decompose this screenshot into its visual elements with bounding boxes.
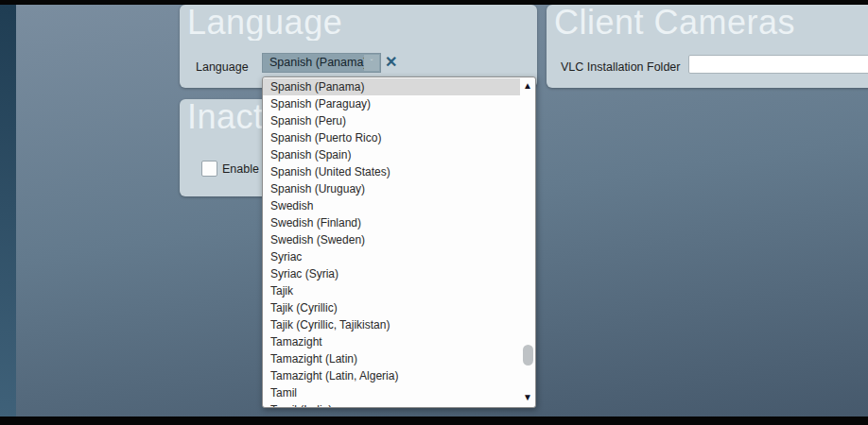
dropdown-option[interactable]: Spanish (Puerto Rico) bbox=[263, 129, 520, 146]
dropdown-option[interactable]: Swedish (Sweden) bbox=[263, 231, 520, 248]
dropdown-option[interactable]: Spanish (Paraguay) bbox=[263, 95, 520, 112]
dropdown-option[interactable]: Spanish (Peru) bbox=[263, 112, 520, 129]
language-panel-title: Language bbox=[180, 5, 537, 41]
bottom-black-bar bbox=[0, 416, 868, 425]
dropdown-option[interactable]: Tajik (Cyrillic) bbox=[263, 299, 520, 316]
language-panel: Language Language Spanish (Panama) ˇ ✕ bbox=[180, 5, 537, 88]
dropdown-option[interactable]: Tamil (India) bbox=[263, 401, 520, 408]
dropdown-scrollbar[interactable]: ▲ ▼ bbox=[520, 77, 535, 407]
dropdown-option[interactable]: Spanish (United States) bbox=[263, 163, 520, 180]
dropdown-option[interactable]: Tamazight (Latin) bbox=[263, 350, 520, 367]
language-field-label: Language bbox=[196, 60, 249, 74]
dropdown-option[interactable]: Swedish bbox=[263, 197, 520, 214]
dropdown-option[interactable]: Swedish (Finland) bbox=[263, 214, 520, 231]
language-dropdown-list[interactable]: Spanish (Panama) Spanish (Paraguay)Spani… bbox=[263, 78, 520, 408]
language-dropdown: Spanish (Panama) Spanish (Paraguay)Spani… bbox=[262, 76, 536, 408]
dropdown-option[interactable]: Spanish (Spain) bbox=[263, 146, 520, 163]
dropdown-option[interactable]: Tajik (Cyrillic, Tajikistan) bbox=[263, 316, 520, 333]
dropdown-option[interactable]: Tajik bbox=[263, 282, 520, 299]
language-select[interactable]: Spanish (Panama) ˇ bbox=[262, 53, 381, 73]
dropdown-option[interactable]: Tamil bbox=[263, 384, 520, 401]
vlc-folder-label: VLC Installation Folder bbox=[561, 60, 680, 74]
dropdown-option[interactable]: Syriac (Syria) bbox=[263, 265, 520, 282]
client-cameras-panel-title: Client Cameras bbox=[547, 5, 868, 41]
chevron-down-icon: ˇ bbox=[364, 55, 379, 71]
vlc-folder-input[interactable] bbox=[688, 55, 868, 74]
enable-inactivity-checkbox[interactable] bbox=[201, 161, 217, 177]
left-edge-strip bbox=[0, 5, 16, 416]
dropdown-option[interactable]: Spanish (Uruguay) bbox=[263, 180, 520, 197]
dropdown-option[interactable]: Spanish (Panama) bbox=[263, 78, 520, 95]
scroll-up-icon[interactable]: ▲ bbox=[520, 80, 535, 92]
dropdown-option[interactable]: Tamazight bbox=[263, 333, 520, 350]
client-cameras-panel: Client Cameras VLC Installation Folder bbox=[547, 5, 868, 88]
language-select-value: Spanish (Panama) bbox=[269, 56, 368, 69]
dropdown-option[interactable]: Tamazight (Latin, Algeria) bbox=[263, 367, 520, 384]
scroll-down-icon[interactable]: ▼ bbox=[520, 392, 535, 403]
dropdown-option[interactable]: Syriac bbox=[263, 248, 520, 265]
clear-language-icon[interactable]: ✕ bbox=[385, 53, 397, 72]
scrollbar-thumb[interactable] bbox=[523, 345, 533, 366]
